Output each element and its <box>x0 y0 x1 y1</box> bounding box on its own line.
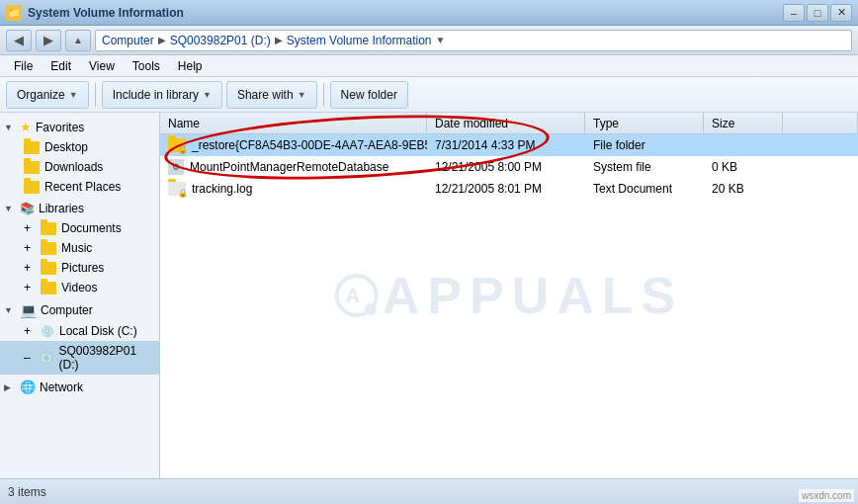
share-label: Share with <box>237 88 294 102</box>
file-list: _restore{CF8A54B3-00DE-4AA7-AEA8-9EB5...… <box>160 134 858 478</box>
maximize-button[interactable]: □ <box>807 4 828 22</box>
sidebar-item-music[interactable]: + Music <box>0 238 159 258</box>
main-area: ▼ ★ Favorites Desktop Downloads Recent P… <box>0 113 858 478</box>
minimize-button[interactable]: – <box>783 4 805 22</box>
libraries-label: Libraries <box>39 202 84 215</box>
breadcrumb-folder[interactable]: System Volume Information <box>287 34 432 47</box>
recent-places-label: Recent Places <box>44 180 121 194</box>
toolbar-separator-1 <box>95 83 96 107</box>
file-cell-name-2: ⚙ MountPointManagerRemoteDatabase <box>160 156 427 177</box>
breadcrumb-bar: Computer ▶ SQ003982P01 (D:) ▶ System Vol… <box>95 30 852 51</box>
menu-tools[interactable]: Tools <box>125 57 168 75</box>
pictures-label: Pictures <box>61 261 104 275</box>
local-disk-label: Local Disk (C:) <box>59 324 137 338</box>
col-header-date[interactable]: Date modified <box>427 113 585 133</box>
file-cell-date-3: 12/21/2005 8:01 PM <box>427 178 585 199</box>
menu-bar: File Edit View Tools Help <box>0 55 858 77</box>
column-headers: Name Date modified Type Size <box>160 113 858 134</box>
pictures-expand: + <box>24 261 36 275</box>
breadcrumb-sep-3: ▼ <box>435 35 445 45</box>
sidebar-computer-header[interactable]: ▼ 💻 Computer <box>0 299 159 321</box>
organize-button[interactable]: Organize ▼ <box>6 81 89 109</box>
new-folder-button[interactable]: New folder <box>330 81 408 109</box>
file-cell-name-1: _restore{CF8A54B3-00DE-4AA7-AEA8-9EB5... <box>160 134 427 155</box>
include-label: Include in library <box>113 88 199 102</box>
sidebar-network-header[interactable]: ▶ 🌐 Network <box>0 377 159 397</box>
file-cell-size-2: 0 KB <box>704 156 783 177</box>
organize-label: Organize <box>17 88 65 102</box>
sidebar-item-recent-places[interactable]: Recent Places <box>0 177 159 197</box>
up-button[interactable]: ▲ <box>65 30 91 51</box>
file-cell-type-3: Text Document <box>585 178 704 199</box>
folder-locked-icon-1 <box>168 138 186 152</box>
col-header-type[interactable]: Type <box>585 113 704 133</box>
sidebar-favorites-header[interactable]: ▼ ★ Favorites <box>0 117 159 137</box>
breadcrumb-sep-1: ▶ <box>158 35 166 45</box>
file-cell-size-3: 20 KB <box>704 178 783 199</box>
sidebar: ▼ ★ Favorites Desktop Downloads Recent P… <box>0 113 160 478</box>
toolbar: Organize ▼ Include in library ▼ Share wi… <box>0 77 858 113</box>
breadcrumb-sep-2: ▶ <box>275 35 283 45</box>
menu-edit[interactable]: Edit <box>43 57 79 75</box>
music-label: Music <box>61 241 92 255</box>
folder-locked-icon-3 <box>168 182 186 196</box>
downloads-icon <box>24 161 40 174</box>
status-item-count: 3 items <box>8 485 46 499</box>
sidebar-item-pictures[interactable]: + Pictures <box>0 258 159 278</box>
table-row[interactable]: ⚙ MountPointManagerRemoteDatabase 12/21/… <box>160 156 858 178</box>
pictures-icon <box>41 262 56 275</box>
sidebar-item-desktop[interactable]: Desktop <box>0 137 159 157</box>
documents-expand: + <box>24 221 36 235</box>
network-expand-icon: ▶ <box>4 382 16 392</box>
sidebar-libraries-header[interactable]: ▼ 📚 Libraries <box>0 199 159 218</box>
breadcrumb-drive[interactable]: SQ003982P01 (D:) <box>170 34 271 47</box>
sidebar-item-documents[interactable]: + Documents <box>0 218 159 238</box>
share-button[interactable]: Share with ▼ <box>226 81 317 109</box>
favorites-expand-icon: ▼ <box>4 123 16 132</box>
file-cell-type-1: File folder <box>585 134 704 155</box>
recent-places-icon <box>24 181 40 194</box>
include-library-button[interactable]: Include in library ▼ <box>102 81 222 109</box>
documents-label: Documents <box>61 221 122 235</box>
videos-label: Videos <box>61 281 97 294</box>
table-row[interactable]: _restore{CF8A54B3-00DE-4AA7-AEA8-9EB5...… <box>160 134 858 156</box>
back-button[interactable]: ◀ <box>6 30 32 51</box>
include-dropdown-icon: ▼ <box>203 90 212 100</box>
sq-drive-icon: 💿 <box>40 352 53 365</box>
sidebar-section-computer: ▼ 💻 Computer + 💿 Local Disk (C:) – 💿 SQ0… <box>0 299 159 375</box>
file-cell-date-2: 12/21/2005 8:00 PM <box>427 156 585 177</box>
col-header-size[interactable]: Size <box>704 113 783 133</box>
desktop-label: Desktop <box>44 140 88 154</box>
wsxdn-watermark: wsxdn.com <box>799 489 854 502</box>
forward-button[interactable]: ▶ <box>36 30 61 51</box>
menu-file[interactable]: File <box>6 57 41 75</box>
sidebar-section-favorites: ▼ ★ Favorites Desktop Downloads Recent P… <box>0 117 159 197</box>
file-cell-size-1 <box>704 134 783 155</box>
close-button[interactable]: ✕ <box>830 4 852 22</box>
breadcrumb-computer[interactable]: Computer <box>102 34 154 47</box>
sidebar-item-sq-drive[interactable]: – 💿 SQ003982P01 (D:) <box>0 341 159 375</box>
sq-drive-expand: – <box>24 351 35 365</box>
network-label: Network <box>40 380 83 394</box>
sidebar-item-local-disk[interactable]: + 💿 Local Disk (C:) <box>0 321 159 341</box>
sidebar-item-videos[interactable]: + Videos <box>0 278 159 297</box>
favorites-star-icon: ★ <box>20 120 32 134</box>
title-icon: 📁 <box>6 5 22 21</box>
organize-dropdown-icon: ▼ <box>69 90 78 100</box>
sys-file-icon-2: ⚙ <box>168 159 184 175</box>
col-header-name[interactable]: Name <box>160 113 427 133</box>
file-cell-name-3: tracking.log <box>160 178 427 199</box>
toolbar-separator-2 <box>323 83 324 107</box>
menu-help[interactable]: Help <box>170 57 211 75</box>
file-cell-type-2: System file <box>585 156 704 177</box>
sidebar-item-downloads[interactable]: Downloads <box>0 157 159 177</box>
share-dropdown-icon: ▼ <box>298 90 306 100</box>
downloads-label: Downloads <box>44 160 103 174</box>
sq-drive-label: SQ003982P01 (D:) <box>58 344 155 372</box>
window-controls: – □ ✕ <box>783 4 852 22</box>
libraries-icon: 📚 <box>20 202 35 215</box>
address-bar: ◀ ▶ ▲ Computer ▶ SQ003982P01 (D:) ▶ Syst… <box>0 26 858 55</box>
menu-view[interactable]: View <box>81 57 123 75</box>
table-row[interactable]: tracking.log 12/21/2005 8:01 PM Text Doc… <box>160 178 858 200</box>
new-folder-label: New folder <box>341 88 397 102</box>
